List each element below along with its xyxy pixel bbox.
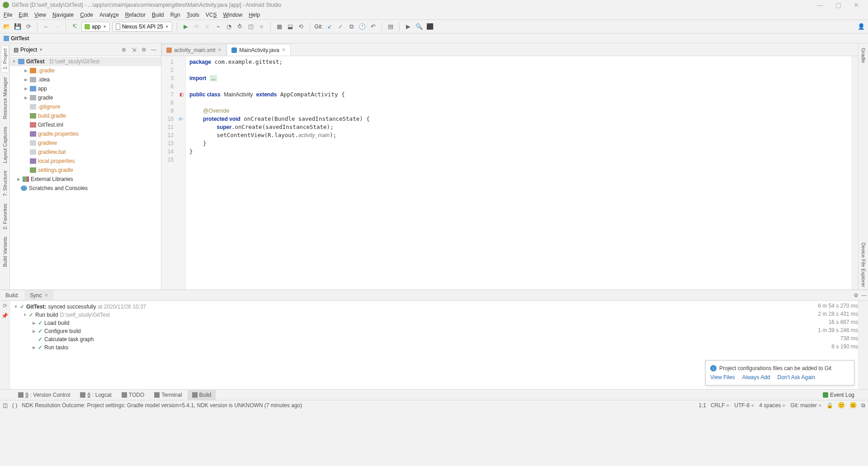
avd-icon[interactable]: ▦ xyxy=(275,23,283,31)
menu-file[interactable]: File xyxy=(4,12,12,18)
link-dont-ask[interactable]: Don't Ask Again xyxy=(778,374,816,380)
apply-changes-icon[interactable]: ⟲ xyxy=(193,23,201,31)
event-log-button[interactable]: Event Log xyxy=(823,392,854,398)
stop-icon[interactable]: ■ xyxy=(258,23,266,31)
menu-analyze[interactable]: Analyze xyxy=(99,12,119,18)
tree-scratches[interactable]: Scratches and Consoles xyxy=(10,184,161,193)
tree-external-libraries[interactable]: ▶ External Libraries xyxy=(10,175,161,184)
tab-structure[interactable]: 7: Structure xyxy=(1,168,9,199)
status-line-ending[interactable]: CRLF≑ xyxy=(711,402,730,409)
tree-item[interactable]: settings.gradle xyxy=(10,166,161,175)
user-icon[interactable]: 👤 xyxy=(857,23,865,31)
status-position[interactable]: 1:1 xyxy=(698,402,706,409)
git-commit-icon[interactable]: ✓ xyxy=(336,23,344,31)
tree-item[interactable]: local.properties xyxy=(10,157,161,166)
tree-item[interactable]: ▶gradle xyxy=(10,93,161,102)
tab-device-explorer[interactable]: Device File Explorer xyxy=(860,240,867,290)
structure-icon[interactable]: ▤ xyxy=(387,23,395,31)
gear-icon[interactable]: ⚙ xyxy=(852,292,860,299)
gutter-mark-class[interactable]: ◧ xyxy=(176,90,184,97)
face-sad-icon[interactable]: ☹️ xyxy=(849,402,857,409)
tree-item[interactable]: gradlew xyxy=(10,138,161,147)
build-row[interactable]: ▶✓Configure build xyxy=(14,327,854,335)
tab-gradle[interactable]: Gradle xyxy=(860,45,867,66)
back-icon[interactable]: ← xyxy=(42,23,50,31)
save-icon[interactable]: 💾 xyxy=(14,23,22,31)
profile-icon[interactable]: ◔ xyxy=(225,23,233,31)
bug-icon[interactable]: ⌁ xyxy=(214,23,222,31)
lock-icon[interactable]: 🔒 xyxy=(826,402,833,409)
build-row[interactable]: ▼✓GitTest: synced successfully at 2020/1… xyxy=(14,303,854,311)
close-icon[interactable]: ✕ xyxy=(44,292,48,298)
collapse-icon[interactable]: ⇲ xyxy=(130,46,137,53)
processes-icon[interactable]: ⧉ xyxy=(861,402,865,409)
build-tab-sync[interactable]: Sync✕ xyxy=(24,290,54,301)
tree-item[interactable]: GitTest.iml xyxy=(10,120,161,129)
link-always-add[interactable]: Always Add xyxy=(742,374,770,380)
gutter-mark-override[interactable]: o↑ xyxy=(176,115,184,121)
restart-icon[interactable]: ⟳ xyxy=(3,303,7,309)
menu-run[interactable]: Run xyxy=(170,12,180,18)
tree-root[interactable]: ▼ GitTest D:\self_study\GitTest xyxy=(10,57,161,66)
sdk-icon[interactable]: ⬓ xyxy=(286,23,294,31)
link-view-files[interactable]: View Files xyxy=(710,374,735,380)
git-rollback-icon[interactable]: ↶ xyxy=(369,23,377,31)
tree-item[interactable]: ▶.idea xyxy=(10,75,161,84)
open-icon[interactable]: 📂 xyxy=(3,23,11,31)
memory-icon[interactable]: ⬛ xyxy=(426,23,434,31)
tab-activity-main[interactable]: activity_main.xml ✕ xyxy=(161,44,226,56)
build-row[interactable]: ▶✓Load build xyxy=(14,319,854,327)
tool-build[interactable]: Build xyxy=(188,390,216,400)
device-dropdown[interactable]: Nexus 5X API 25 ▼ xyxy=(113,22,172,32)
menu-build[interactable]: Build xyxy=(152,12,164,18)
close-icon[interactable]: ✕ xyxy=(282,47,286,53)
build-tab-build[interactable]: Build: xyxy=(0,290,24,301)
minimize-button[interactable]: — xyxy=(811,1,829,9)
editor-right-gutter[interactable] xyxy=(852,56,858,290)
tree-item[interactable]: gradlew.bat xyxy=(10,147,161,157)
coverage-icon[interactable]: ◫ xyxy=(247,23,255,31)
tab-build-variants[interactable]: Build Variants xyxy=(1,234,9,270)
build-hammer-icon[interactable]: ↸ xyxy=(71,23,79,31)
sync-icon[interactable]: ⟳ xyxy=(24,23,33,31)
tree-item[interactable]: ▶app xyxy=(10,84,161,93)
git-history-icon[interactable]: 🕐 xyxy=(358,23,366,31)
tree-item[interactable]: .gitignore xyxy=(10,102,161,111)
status-git-branch[interactable]: Git: master≑ xyxy=(790,402,822,409)
run-config-dropdown[interactable]: app ▼ xyxy=(81,22,110,32)
breadcrumb-root[interactable]: GitTest xyxy=(11,35,29,42)
tool-terminal[interactable]: Terminal xyxy=(150,390,186,400)
menu-navigate[interactable]: Navigate xyxy=(52,12,74,18)
hide-icon[interactable]: — xyxy=(150,46,157,53)
menu-vcs[interactable]: VCS xyxy=(206,12,217,18)
status-indent[interactable]: 4 spaces≑ xyxy=(759,402,786,409)
status-encoding[interactable]: UTF-8≑ xyxy=(734,402,755,409)
gradle-sync-icon[interactable]: ⟲ xyxy=(297,23,305,31)
close-button[interactable]: ✕ xyxy=(847,1,865,9)
hide-icon[interactable]: — xyxy=(860,292,868,299)
build-row[interactable]: ▼✓Run build D:\self_study\GitTest xyxy=(14,311,854,319)
tool-logcat[interactable]: 6: Logcat xyxy=(75,390,116,400)
project-view-title[interactable]: Project xyxy=(20,47,37,53)
forward-icon[interactable]: → xyxy=(53,23,61,31)
code-editor[interactable]: package com.example.gittest; import ... … xyxy=(186,56,852,290)
attach-icon[interactable]: ⥁ xyxy=(236,23,244,31)
tree-item[interactable]: gradle.properties xyxy=(10,129,161,138)
tab-favorites[interactable]: 2: Favorites xyxy=(1,201,9,232)
build-row[interactable]: ▶✓Run tasks xyxy=(14,343,854,352)
project-tree[interactable]: ▼ GitTest D:\self_study\GitTest ▶.gradle… xyxy=(10,56,161,290)
debug-icon[interactable]: ≡ xyxy=(203,23,212,31)
close-icon[interactable]: ✕ xyxy=(217,47,222,53)
tab-project[interactable]: 1: Project xyxy=(1,45,9,72)
run-icon[interactable]: ▶ xyxy=(182,23,190,31)
menu-view[interactable]: View xyxy=(34,12,46,18)
face-smile-icon[interactable]: 🙂 xyxy=(838,402,845,409)
target-icon[interactable]: ⊕ xyxy=(120,46,127,53)
maximize-button[interactable]: ▢ xyxy=(829,1,847,9)
editor-gutter[interactable]: 1236789101112131415 ◧ o↑ xyxy=(161,56,186,290)
gear-icon[interactable]: ⚙ xyxy=(140,46,147,53)
status-bg-icon[interactable]: ( ) xyxy=(12,402,17,409)
menu-help[interactable]: Help xyxy=(249,12,260,18)
menu-edit[interactable]: Edit xyxy=(19,12,28,18)
git-compare-icon[interactable]: ⧉ xyxy=(347,23,355,31)
